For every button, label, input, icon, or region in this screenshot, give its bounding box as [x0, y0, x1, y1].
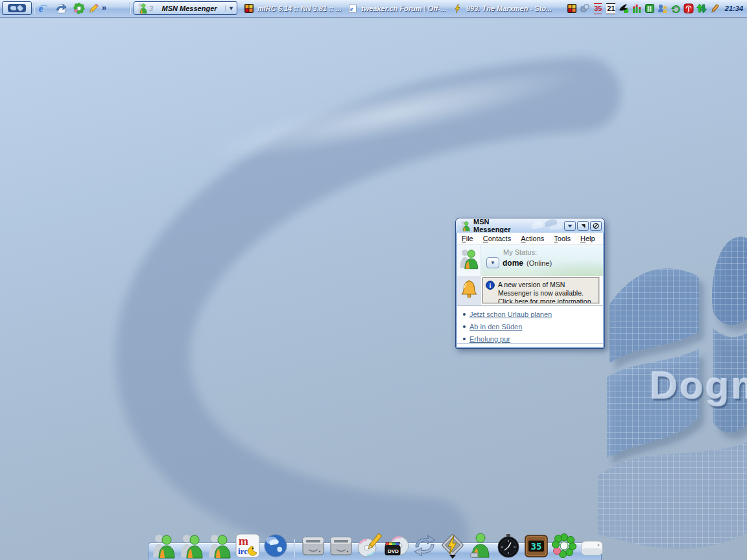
window-button-title: mIRC 6.14 :: NN 3.81 :: ... — [257, 5, 342, 12]
online-state: (Online) — [527, 259, 552, 267]
pencil-icon[interactable] — [87, 2, 100, 15]
wallpaper: Dogma — [0, 0, 747, 560]
msn-buddy-icon — [458, 246, 480, 272]
taskbar: e » 3 MSN Messenger ▼ mIRC 6.14 :: NN 3.… — [0, 0, 747, 17]
dock-msn-buddy-icon[interactable] — [468, 533, 493, 559]
dock-mirc-icon[interactable]: mirc — [235, 533, 261, 559]
minimize-button[interactable] — [564, 221, 576, 231]
svg-text:e: e — [350, 5, 353, 12]
icq-flower-icon[interactable] — [73, 2, 86, 15]
recycle-tray-icon[interactable] — [670, 3, 682, 14]
dock: mircDVD35 — [151, 533, 605, 559]
promo-link[interactable]: Ab in den Süden — [469, 323, 522, 331]
internet-explorer-icon[interactable]: e — [36, 2, 49, 15]
status-dropdown[interactable]: ▼ — [486, 257, 499, 268]
svg-text:DVD: DVD — [388, 548, 399, 554]
dock-transfer-arrows-icon[interactable] — [412, 533, 438, 559]
ie-page-icon: e — [348, 3, 358, 14]
maximize-button[interactable] — [577, 221, 589, 231]
mirc-mini-icon — [244, 3, 254, 14]
desktop: Dogma e » 3 MSN Messenger ▼ mIRC 6.14 ::… — [0, 0, 747, 560]
system-tray: 3521 21:34 — [567, 0, 746, 17]
my-status-label: My Status: — [503, 248, 537, 256]
temp-21-tray-icon[interactable]: 21 — [606, 3, 617, 14]
taskbar-window-button[interactable]: 893. The Marxmen - Sto... — [453, 2, 552, 15]
dock-cd-burner-icon[interactable] — [356, 533, 382, 559]
msn-messenger-window: MSN Messenger File — [455, 218, 605, 349]
equalizer-tray-icon[interactable] — [632, 3, 643, 14]
bullet-icon — [463, 313, 466, 316]
notification-row: i A new version of MSN Messenger is now … — [457, 276, 603, 305]
dock-digital-clock-icon[interactable]: 35 — [523, 533, 549, 559]
info-icon: i — [486, 281, 495, 303]
flag-watermark-icon — [530, 218, 564, 233]
window-button-title: 893. The Marxmen - Sto... — [466, 5, 552, 12]
promo-links: Jetzt schon Urlaub planenAb in den Süden… — [457, 305, 603, 343]
msn-messenger-icon — [137, 3, 148, 14]
svg-text:m: m — [239, 535, 248, 548]
dock-globe-icon[interactable] — [263, 533, 289, 559]
dock-winamp-icon[interactable] — [440, 533, 466, 559]
tray-clock[interactable]: 21:34 — [725, 5, 743, 12]
chevron-down-icon[interactable]: ▼ — [225, 5, 234, 12]
svg-text:35: 35 — [531, 541, 542, 552]
window-title: MSN Messenger — [473, 218, 525, 233]
dock-icq-flower-icon[interactable] — [551, 533, 577, 559]
menu-help[interactable]: Help — [580, 235, 595, 242]
promo-link[interactable]: Erholung pur — [469, 335, 510, 343]
plugin-tray-icon[interactable] — [580, 3, 591, 14]
notification-text: A new version of MSN Messenger is now av… — [498, 281, 596, 303]
start-logo-icon — [8, 4, 26, 12]
start-button[interactable] — [2, 1, 32, 15]
dock-msn-contacts-icon[interactable] — [151, 533, 177, 559]
dock-separator — [294, 539, 295, 557]
window-titlebar[interactable]: MSN Messenger — [456, 218, 604, 233]
users-tray-icon[interactable] — [658, 3, 669, 14]
stylus-tray-icon[interactable] — [709, 3, 720, 14]
svg-text:irc: irc — [238, 546, 248, 556]
dock-dvd-player-icon[interactable]: DVD — [384, 533, 410, 559]
table-tray-icon[interactable] — [645, 3, 656, 14]
bottom-divider — [457, 343, 603, 347]
bullet-icon — [463, 338, 466, 340]
menu-tools[interactable]: Tools — [554, 235, 571, 242]
msn-messenger-icon — [460, 220, 471, 231]
taskbar-window-button[interactable]: mIRC 6.14 :: NN 3.81 :: ... — [244, 2, 342, 15]
temp-35-tray-icon[interactable]: 35 — [593, 3, 604, 14]
window-selector-dropdown[interactable]: 3 MSN Messenger ▼ — [134, 1, 237, 15]
svg-text:i: i — [490, 282, 492, 289]
dock-msn-contacts-icon[interactable] — [207, 533, 233, 559]
dock-white-drive-icon[interactable] — [579, 533, 605, 559]
menu-file[interactable]: File — [462, 235, 473, 242]
alerts-tab[interactable] — [457, 276, 481, 305]
taskbar-window-button[interactable]: etweaker.ch Forum | Off-... — [348, 2, 446, 15]
status-area: My Status: ▼ dome (Online) — [481, 245, 603, 276]
mirc-mini-tray-icon[interactable] — [567, 3, 578, 14]
close-button[interactable] — [590, 221, 602, 231]
promo-link[interactable]: Jetzt schon Urlaub planen — [469, 310, 552, 318]
dock-hard-drive-icon[interactable] — [328, 533, 354, 559]
avira-tray-icon[interactable] — [683, 3, 694, 14]
window-count: 3 — [149, 5, 153, 12]
net-arrows-tray-icon[interactable] — [696, 3, 707, 14]
undo-page-icon[interactable] — [54, 2, 67, 15]
promo-link-row: Erholung pur — [463, 335, 603, 343]
update-notification[interactable]: i A new version of MSN Messenger is now … — [482, 277, 599, 303]
selected-window-label: MSN Messenger — [154, 5, 225, 12]
menu-actions[interactable]: Actions — [521, 235, 544, 242]
menu-contacts[interactable]: Contacts — [483, 235, 511, 242]
winamp-mini-icon — [453, 3, 463, 14]
contacts-tab[interactable] — [457, 245, 481, 276]
quicklaunch-overflow-chevron[interactable]: » — [102, 3, 106, 12]
dogma-watermark: Dogma — [650, 363, 747, 408]
bell-icon — [460, 279, 478, 299]
status-panel: My Status: ▼ dome (Online) — [457, 245, 603, 276]
bird-tray-icon[interactable] — [619, 3, 630, 14]
window-content: FileContactsActionsToolsHelp My Status: … — [457, 233, 603, 347]
dock-chronometer-icon[interactable] — [495, 533, 521, 559]
taskbar-separator — [130, 2, 131, 14]
dock-hard-drive-icon[interactable] — [300, 533, 326, 559]
dock-msn-contacts-icon[interactable] — [179, 533, 205, 559]
user-display-name: dome — [503, 259, 523, 268]
svg-text:e: e — [39, 3, 43, 14]
